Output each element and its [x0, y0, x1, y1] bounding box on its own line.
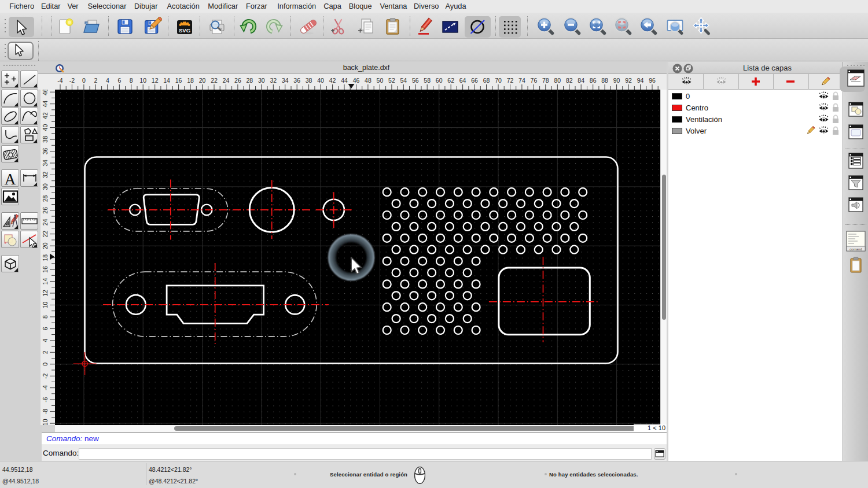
svg-text:8: 8: [42, 315, 49, 319]
svg-text:2: 2: [94, 77, 97, 84]
svg-text:46: 46: [42, 90, 49, 95]
svg-text:86: 86: [590, 77, 597, 84]
svg-text:16: 16: [175, 77, 182, 84]
svg-text:20: 20: [199, 77, 206, 84]
svg-text:-2: -2: [69, 77, 75, 84]
svg-text:66: 66: [471, 77, 478, 84]
svg-text:42: 42: [329, 77, 336, 84]
svg-text:48: 48: [365, 77, 372, 84]
svg-text:58: 58: [424, 77, 431, 84]
svg-text:0: 0: [42, 363, 49, 366]
svg-text:24: 24: [42, 219, 49, 225]
svg-text:70: 70: [495, 77, 502, 84]
svg-text:74: 74: [518, 77, 525, 84]
svg-text:10: 10: [139, 77, 146, 84]
svg-text:26: 26: [234, 77, 241, 84]
svg-text:38: 38: [42, 136, 49, 143]
svg-text:52: 52: [388, 77, 395, 84]
svg-text:84: 84: [578, 77, 584, 84]
svg-text:-8: -8: [42, 409, 49, 414]
svg-text:24: 24: [223, 77, 230, 84]
svg-text:28: 28: [246, 77, 253, 84]
svg-text:76: 76: [531, 77, 538, 84]
svg-text:34: 34: [282, 77, 289, 84]
svg-text:36: 36: [42, 148, 49, 155]
svg-text:32: 32: [42, 171, 49, 178]
svg-text:78: 78: [542, 77, 549, 84]
svg-text:-10: -10: [42, 419, 49, 425]
svg-text:18: 18: [187, 77, 194, 84]
svg-text:42: 42: [42, 112, 49, 119]
svg-text:32: 32: [270, 77, 277, 84]
svg-text:30: 30: [42, 183, 49, 190]
svg-text:40: 40: [42, 124, 49, 131]
svg-text:6: 6: [117, 77, 121, 84]
svg-text:94: 94: [637, 77, 644, 84]
svg-text:22: 22: [211, 77, 218, 84]
svg-text:50: 50: [377, 77, 384, 84]
svg-text:60: 60: [436, 77, 443, 84]
svg-text:18: 18: [42, 254, 49, 261]
svg-text:46: 46: [353, 77, 360, 84]
svg-text:14: 14: [42, 278, 49, 285]
svg-text:34: 34: [42, 160, 49, 167]
svg-text:36: 36: [293, 77, 300, 84]
svg-text:4: 4: [42, 339, 49, 342]
svg-text:30: 30: [258, 77, 265, 84]
svg-text:0: 0: [82, 77, 86, 84]
svg-text:12: 12: [152, 77, 159, 84]
svg-text:92: 92: [625, 77, 632, 84]
svg-text:-2: -2: [42, 373, 49, 378]
svg-text:20: 20: [42, 242, 49, 249]
svg-text:90: 90: [613, 77, 620, 84]
svg-text:26: 26: [42, 207, 49, 214]
svg-text:44: 44: [42, 101, 49, 108]
svg-text:80: 80: [554, 77, 561, 84]
svg-text:82: 82: [566, 77, 573, 84]
svg-text:12: 12: [42, 290, 49, 297]
svg-text:8: 8: [130, 77, 133, 84]
svg-text:14: 14: [163, 77, 170, 84]
svg-text:2: 2: [42, 350, 49, 354]
svg-text:4: 4: [106, 77, 109, 84]
svg-text:-4: -4: [42, 385, 49, 390]
svg-text:comand: comand: [849, 247, 862, 251]
svg-text:SVG: SVG: [179, 27, 190, 34]
svg-text:96: 96: [649, 77, 656, 84]
svg-text:44: 44: [341, 77, 348, 84]
svg-text:16: 16: [42, 266, 49, 273]
svg-text:28: 28: [42, 195, 49, 202]
svg-text:62: 62: [447, 77, 454, 84]
svg-text:6: 6: [42, 327, 49, 330]
svg-text:22: 22: [42, 231, 49, 238]
svg-text:64: 64: [459, 77, 466, 84]
svg-text:A: A: [4, 170, 16, 187]
svg-text:72: 72: [507, 77, 514, 84]
svg-text:40: 40: [317, 77, 324, 84]
svg-text:38: 38: [306, 77, 312, 84]
svg-text:56: 56: [412, 77, 419, 84]
svg-text:88: 88: [601, 77, 608, 84]
svg-text:-4: -4: [57, 77, 62, 84]
svg-text:68: 68: [483, 77, 490, 84]
svg-text:54: 54: [400, 77, 407, 84]
svg-text:-6: -6: [42, 397, 49, 402]
svg-text:10: 10: [42, 302, 49, 309]
